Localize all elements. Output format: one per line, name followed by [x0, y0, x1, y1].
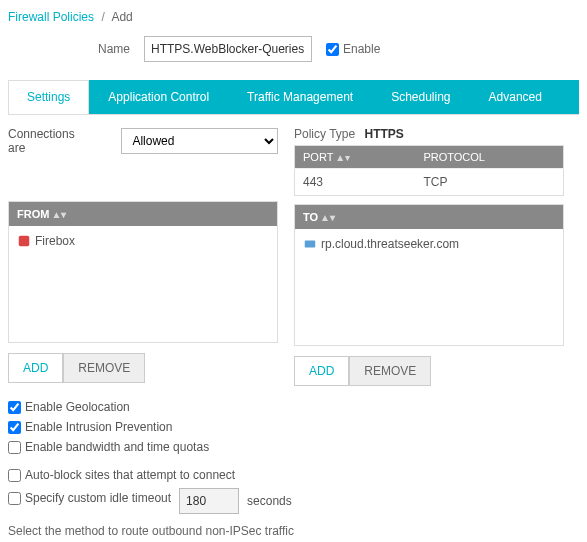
from-header[interactable]: FROM▲▾	[9, 202, 277, 226]
from-remove-button[interactable]: REMOVE	[63, 353, 145, 383]
sort-icon: ▲▾	[320, 212, 335, 223]
svg-rect-0	[19, 236, 30, 247]
autoblock-checkbox-wrap[interactable]: Auto-block sites that attempt to connect	[8, 468, 579, 482]
list-item[interactable]: Firebox	[17, 232, 269, 250]
tab-scheduling[interactable]: Scheduling	[372, 80, 469, 114]
from-listbox: FROM▲▾ Firebox	[8, 201, 278, 343]
policy-type-label: Policy Type	[294, 127, 355, 141]
name-input[interactable]	[144, 36, 312, 62]
idle-unit: seconds	[247, 494, 292, 508]
idle-checkbox[interactable]	[8, 492, 21, 505]
sort-icon: ▲▾	[51, 209, 66, 220]
idle-label: Specify custom idle timeout	[25, 491, 171, 505]
breadcrumb-current: Add	[111, 10, 132, 24]
ips-checkbox[interactable]	[8, 421, 21, 434]
bw-checkbox[interactable]	[8, 441, 21, 454]
tab-bar: Settings Application Control Traffic Man…	[8, 80, 579, 114]
bw-checkbox-wrap[interactable]: Enable bandwidth and time quotas	[8, 440, 579, 454]
list-item[interactable]: rp.cloud.threatseeker.com	[303, 235, 555, 253]
connections-select[interactable]: Allowed	[121, 128, 278, 154]
enable-checkbox[interactable]	[326, 43, 339, 56]
enable-checkbox-wrap[interactable]: Enable	[326, 42, 380, 56]
port-header[interactable]: PORT▲▾	[295, 146, 416, 169]
breadcrumb-separator: /	[101, 10, 104, 24]
ips-label: Enable Intrusion Prevention	[25, 420, 172, 434]
from-add-button[interactable]: ADD	[8, 353, 63, 383]
bw-label: Enable bandwidth and time quotas	[25, 440, 209, 454]
to-listbox: TO▲▾ rp.cloud.threatseeker.com	[294, 204, 564, 346]
tab-application-control[interactable]: Application Control	[89, 80, 228, 114]
breadcrumb-parent-link[interactable]: Firewall Policies	[8, 10, 94, 24]
connections-label: Connections are	[8, 127, 93, 155]
policy-type-value: HTTPS	[365, 127, 404, 141]
idle-timeout-input[interactable]	[179, 488, 239, 514]
tab-filler	[561, 80, 579, 114]
to-add-button[interactable]: ADD	[294, 356, 349, 386]
route-description: Select the method to route outbound non-…	[8, 524, 579, 538]
breadcrumb: Firewall Policies / Add	[8, 6, 579, 36]
geo-checkbox[interactable]	[8, 401, 21, 414]
tab-settings[interactable]: Settings	[8, 80, 89, 114]
tab-traffic-management[interactable]: Traffic Management	[228, 80, 372, 114]
tab-advanced[interactable]: Advanced	[470, 80, 561, 114]
ips-checkbox-wrap[interactable]: Enable Intrusion Prevention	[8, 420, 579, 434]
autoblock-label: Auto-block sites that attempt to connect	[25, 468, 235, 482]
table-row[interactable]: 443 TCP	[295, 169, 564, 196]
name-label: Name	[98, 42, 130, 56]
to-remove-button[interactable]: REMOVE	[349, 356, 431, 386]
port-table: PORT▲▾ PROTOCOL 443 TCP	[294, 145, 564, 196]
firebox-icon	[17, 234, 31, 248]
host-icon	[303, 237, 317, 251]
idle-checkbox-wrap[interactable]: Specify custom idle timeout	[8, 491, 171, 505]
to-header[interactable]: TO▲▾	[295, 205, 563, 229]
sort-icon: ▲▾	[335, 152, 350, 163]
geo-label: Enable Geolocation	[25, 400, 130, 414]
protocol-header[interactable]: PROTOCOL	[415, 146, 563, 169]
geo-checkbox-wrap[interactable]: Enable Geolocation	[8, 400, 579, 414]
svg-rect-1	[305, 241, 316, 248]
autoblock-checkbox[interactable]	[8, 469, 21, 482]
enable-label: Enable	[343, 42, 380, 56]
